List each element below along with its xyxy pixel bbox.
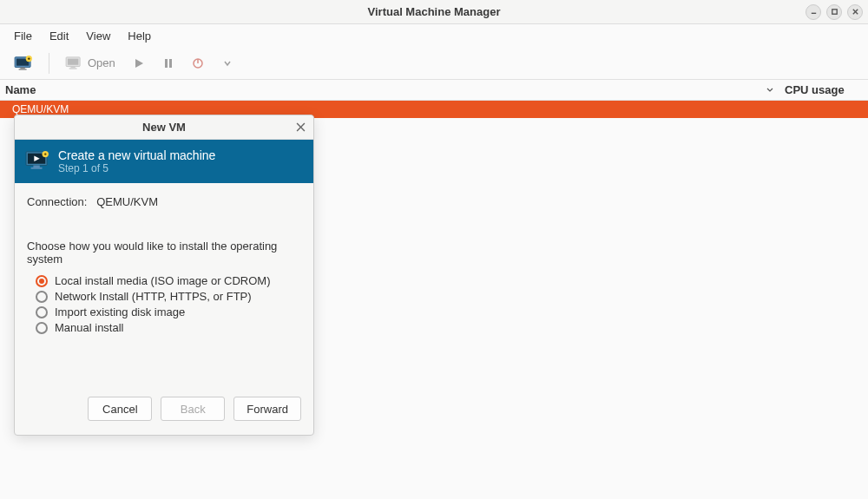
radio-icon <box>36 322 48 334</box>
column-cpu-usage[interactable]: CPU usage <box>785 83 863 96</box>
svg-rect-15 <box>169 59 172 68</box>
vm-screen-icon <box>25 150 49 174</box>
radio-option-local-media[interactable]: Local install media (ISO image or CDROM) <box>36 274 301 287</box>
svg-rect-24 <box>31 167 43 168</box>
dialog-header-title: Create a new virtual machine <box>58 148 215 162</box>
close-button[interactable] <box>847 4 863 20</box>
new-vm-button[interactable] <box>7 50 40 76</box>
svg-rect-10 <box>68 58 78 64</box>
connection-value: QEMU/KVM <box>96 195 158 208</box>
connection-row-label: QEMU/KVM <box>12 103 69 115</box>
radio-label: Manual install <box>55 321 124 334</box>
radio-label: Network Install (HTTP, HTTPS, or FTP) <box>55 290 252 303</box>
svg-rect-6 <box>20 67 24 69</box>
window-controls <box>806 4 863 20</box>
radio-icon <box>36 306 48 318</box>
menu-help[interactable]: Help <box>119 27 160 45</box>
radio-option-network-install[interactable]: Network Install (HTTP, HTTPS, or FTP) <box>36 290 301 303</box>
connection-info: Connection: QEMU/KVM <box>27 195 301 208</box>
svg-rect-23 <box>33 165 39 167</box>
minimize-button[interactable] <box>806 4 821 20</box>
svg-rect-11 <box>70 66 75 68</box>
svg-rect-12 <box>69 68 77 69</box>
svg-rect-1 <box>832 10 836 14</box>
radio-option-import-disk[interactable]: Import existing disk image <box>36 305 301 318</box>
radio-label: Local install media (ISO image or CDROM) <box>55 274 271 287</box>
connection-label: Connection: <box>27 195 87 208</box>
sort-chevron-icon <box>766 83 774 96</box>
toolbar: Open <box>0 47 868 80</box>
svg-rect-7 <box>19 69 27 69</box>
radio-icon <box>36 291 48 303</box>
play-button[interactable] <box>126 50 152 76</box>
dialog-body: Connection: QEMU/KVM Choose how you woul… <box>15 183 313 435</box>
menubar: File Edit View Help <box>0 24 868 47</box>
svg-rect-14 <box>165 59 168 68</box>
power-dropdown[interactable] <box>214 50 240 76</box>
dialog-button-row: Cancel Back Forward <box>27 397 301 421</box>
dialog-header: Create a new virtual machine Step 1 of 5 <box>15 140 313 183</box>
power-button[interactable] <box>185 50 211 76</box>
radio-icon <box>36 275 48 287</box>
toolbar-separator <box>49 53 49 74</box>
column-header: Name CPU usage <box>0 80 868 101</box>
cancel-button[interactable]: Cancel <box>88 397 152 421</box>
back-button[interactable]: Back <box>161 397 225 421</box>
window-title: Virtual Machine Manager <box>368 5 501 18</box>
open-button-label: Open <box>88 56 115 69</box>
dialog-header-text: Create a new virtual machine Step 1 of 5 <box>58 148 215 174</box>
forward-button[interactable]: Forward <box>233 397 301 421</box>
open-button[interactable]: Open <box>58 50 122 76</box>
titlebar: Virtual Machine Manager <box>0 0 868 24</box>
radio-option-manual-install[interactable]: Manual install <box>36 321 301 334</box>
radio-label: Import existing disk image <box>55 305 185 318</box>
dialog-close-button[interactable] <box>294 121 306 134</box>
menu-file[interactable]: File <box>5 27 41 45</box>
dialog-titlebar: New VM <box>15 115 313 140</box>
install-prompt: Choose how you would like to install the… <box>27 240 301 266</box>
menu-edit[interactable]: Edit <box>41 27 77 45</box>
menu-view[interactable]: View <box>77 27 119 45</box>
pause-button[interactable] <box>155 50 181 76</box>
new-vm-dialog: New VM Create a new virtual machine Step… <box>14 115 314 436</box>
svg-marker-13 <box>135 59 143 68</box>
dialog-title: New VM <box>142 121 186 134</box>
dialog-header-step: Step 1 of 5 <box>58 162 215 174</box>
column-name[interactable]: Name <box>5 83 766 96</box>
maximize-button[interactable] <box>826 4 842 20</box>
